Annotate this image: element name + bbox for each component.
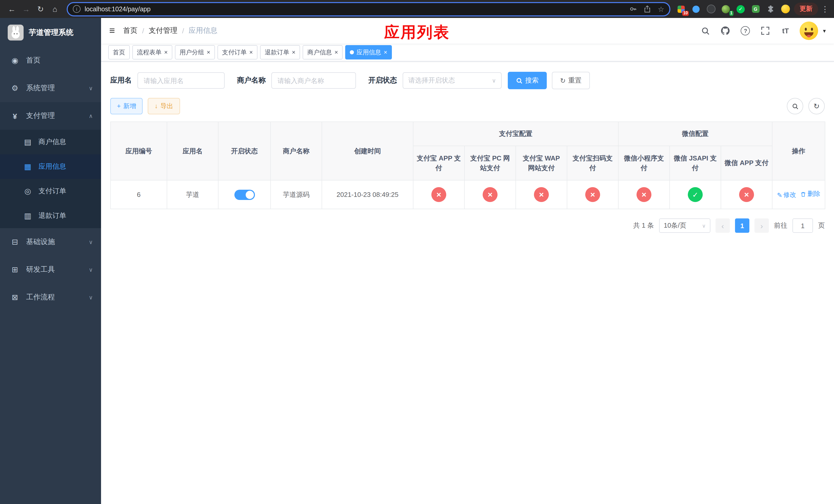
hamburger-icon[interactable]: ≡ (109, 25, 115, 37)
search-icon[interactable] (700, 25, 711, 37)
extensions-puzzle-icon[interactable] (766, 4, 775, 14)
tab-process-form[interactable]: 流程表单 × (132, 45, 172, 60)
sidebar-item-home[interactable]: ◉ 首页 (0, 47, 101, 74)
user-avatar[interactable] (800, 22, 818, 40)
app-window: 应用列表 芋道管理系统 ◉ 首页 ⚙ 系统管理 ∨ ¥ 支付管理 ∧ (0, 18, 834, 504)
caret-down-icon[interactable]: ▾ (823, 27, 826, 34)
chevron-up-icon: ∧ (89, 113, 93, 119)
address-bar[interactable]: i localhost:1024/pay/app ☆ (67, 2, 671, 16)
extension-grid-icon[interactable]: 10 (677, 4, 686, 14)
top-navbar: ≡ 首页 / 支付管理 / 应用信息 ? (101, 18, 834, 44)
delete-link[interactable]: 删除 (800, 190, 820, 199)
sidebar-item-label: 退款订单 (39, 211, 66, 221)
extension-drop-icon[interactable] (692, 4, 701, 14)
app-name-label: 应用名 (110, 76, 132, 85)
browser-forward-button[interactable]: → (20, 2, 33, 16)
help-icon[interactable]: ? (740, 25, 751, 37)
close-icon[interactable]: × (249, 49, 253, 55)
goto-unit: 页 (818, 221, 825, 230)
screen: ← → ↻ ⌂ i localhost:1024/pay/app ☆ 10 (0, 0, 834, 504)
alipay-qr-status-icon (585, 187, 600, 202)
col-header: 操作 (772, 122, 825, 180)
status-select[interactable]: 请选择开启状态 ∨ (403, 72, 502, 89)
col-header: 创建时间 (322, 122, 413, 180)
tab-app-info[interactable]: 应用信息 × (345, 45, 392, 60)
sidebar-item-app-info[interactable]: ▦ 应用信息 (0, 154, 101, 179)
tab-refund-order[interactable]: 退款订单 × (260, 45, 300, 60)
tab-user-group[interactable]: 用户分组 × (175, 45, 215, 60)
page-size-select[interactable]: 10条/页 ∨ (659, 219, 710, 233)
tab-merchant-info[interactable]: 商户信息 × (303, 45, 343, 60)
reset-button[interactable]: ↻ 重置 (552, 72, 590, 89)
bookmark-star-icon[interactable]: ☆ (658, 5, 664, 13)
extension-dark-icon[interactable] (706, 4, 716, 14)
gear-icon: ⚙ (10, 84, 20, 93)
chevron-down-icon: ∨ (702, 223, 706, 228)
sidebar-item-payment[interactable]: ¥ 支付管理 ∧ (0, 102, 101, 130)
sidebar-item-merchant-info[interactable]: ▤ 商户信息 (0, 130, 101, 154)
breadcrumb-home[interactable]: 首页 (123, 26, 137, 36)
breadcrumb-payment[interactable]: 支付管理 (149, 26, 177, 36)
site-info-icon[interactable]: i (73, 5, 81, 13)
logo-rabbit-icon (8, 24, 24, 40)
workflow-icon: ⊠ (10, 293, 20, 302)
browser-home-button[interactable]: ⌂ (48, 2, 62, 16)
close-icon[interactable]: × (292, 49, 295, 55)
close-icon[interactable]: × (164, 49, 168, 55)
refresh-table-button[interactable]: ↻ (808, 98, 825, 114)
app-name-input[interactable] (137, 72, 225, 89)
yen-icon: ¥ (10, 112, 20, 120)
close-icon[interactable]: × (384, 49, 387, 55)
share-icon[interactable] (644, 5, 651, 13)
col-header: 商户名称 (270, 122, 322, 180)
app-table-wrap: 应用编号 应用名 开启状态 商户名称 创建时间 支付宝配置 微信配置 操作 支付… (110, 121, 825, 209)
sidebar-item-label: 支付订单 (39, 187, 66, 196)
sidebar-item-label: 研发工具 (26, 265, 55, 274)
current-page-button[interactable]: 1 (735, 219, 749, 233)
extension-green-icon[interactable]: G (751, 4, 760, 14)
col-header: 支付宝扫码支付 (567, 146, 618, 180)
sidebar-item-system[interactable]: ⚙ 系统管理 ∨ (0, 74, 101, 102)
next-page-button[interactable]: › (754, 219, 769, 233)
extension-check-icon[interactable]: ✓ (736, 4, 745, 14)
pagination-total: 共 1 条 (633, 221, 654, 230)
merchant-name-input[interactable] (271, 72, 356, 89)
sidebar: 芋道管理系统 ◉ 首页 ⚙ 系统管理 ∨ ¥ 支付管理 ∧ ▤ 商户信息 (0, 18, 101, 504)
app-title: 芋道管理系统 (29, 27, 73, 37)
browser-menu-icon[interactable]: ⋮ (821, 4, 829, 14)
fullscreen-icon[interactable] (760, 25, 771, 37)
sidebar-item-infra[interactable]: ⊟ 基础设施 ∨ (0, 228, 101, 256)
goto-label: 前往 (774, 221, 787, 230)
cell-merchant-name: 芋道源码 (270, 180, 322, 209)
sidebar-item-dev-tools[interactable]: ⊞ 研发工具 ∨ (0, 256, 101, 283)
search-button[interactable]: 搜索 (508, 72, 547, 89)
github-icon[interactable] (720, 25, 731, 37)
font-size-icon[interactable]: tT (780, 25, 791, 37)
password-key-icon[interactable] (630, 5, 637, 13)
close-icon[interactable]: × (207, 49, 210, 55)
show-search-button[interactable] (787, 98, 803, 114)
profile-avatar-icon[interactable] (781, 4, 790, 14)
dashboard-icon: ◉ (10, 56, 20, 65)
add-button[interactable]: + 新增 (110, 98, 143, 114)
sidebar-item-refund-order[interactable]: ▥ 退款订单 (0, 204, 101, 228)
goto-page-input[interactable] (792, 219, 813, 233)
col-header: 微信 APP 支付 (721, 146, 772, 180)
chevron-down-icon: ∨ (89, 294, 93, 301)
table-row: 6 芋道 芋道源码 2021-10-23 08:49:25 (111, 180, 825, 209)
status-toggle[interactable] (234, 189, 255, 200)
close-icon[interactable]: × (334, 49, 338, 55)
extension-avatar-icon[interactable]: 1 (721, 4, 730, 14)
browser-update-button[interactable]: 更新 (794, 3, 818, 15)
sidebar-item-workflow[interactable]: ⊠ 工作流程 ∨ (0, 283, 101, 311)
export-button[interactable]: ↓ 导出 (148, 98, 180, 114)
edit-link[interactable]: ✎ 修改 (777, 191, 796, 200)
browser-reload-button[interactable]: ↻ (34, 2, 47, 16)
tab-pay-order[interactable]: 支付订单 × (218, 45, 258, 60)
tab-home[interactable]: 首页 (108, 45, 130, 60)
col-header: 开启状态 (218, 122, 270, 180)
url-text[interactable]: localhost:1024/pay/app (85, 5, 624, 13)
prev-page-button[interactable]: ‹ (716, 219, 730, 233)
sidebar-item-pay-order[interactable]: ◎ 支付订单 (0, 179, 101, 204)
browser-back-button[interactable]: ← (5, 2, 19, 16)
